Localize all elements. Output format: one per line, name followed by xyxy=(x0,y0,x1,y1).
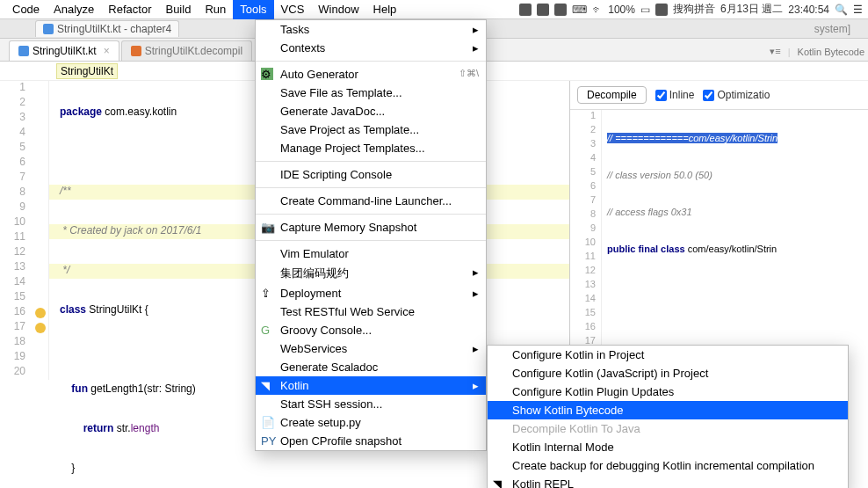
mi-ide-scripting[interactable]: IDE Scripting Console xyxy=(256,165,486,184)
tab-label: StringUtilKt.decompil xyxy=(145,45,242,57)
status-tray: ⌨ ᯤ 100% ▭ 搜狗拼音 6月13日 週二 23:40:54 🔍 ☰ xyxy=(519,2,863,17)
tab-label: StringUtilKt.kt xyxy=(33,45,97,57)
kotlin-icon: ◥ xyxy=(261,379,273,391)
bytecode-gutter: 123456789101112131415161718 xyxy=(570,110,602,363)
mi-deployment[interactable]: ⇪Deployment xyxy=(256,284,486,302)
kotlin-icon: ◥ xyxy=(493,477,505,488)
tray-icon xyxy=(554,4,567,16)
panel-title: Kotlin Bytecode xyxy=(798,47,864,57)
inline-checkbox[interactable]: Inline xyxy=(655,89,695,101)
menu-code[interactable]: Code xyxy=(5,0,47,19)
menu-tools[interactable]: Tools xyxy=(233,0,273,19)
mi-rest[interactable]: Test RESTful Web Service xyxy=(256,302,486,321)
breadcrumb-class[interactable]: StringUtilKt xyxy=(56,63,118,79)
mi-contexts[interactable]: Contexts xyxy=(256,39,486,57)
window-tab-label: StringUtilKt.kt - chapter4 xyxy=(57,23,171,35)
pin-icon[interactable]: ▾≡ xyxy=(770,46,780,57)
tab-stringutil[interactable]: StringUtilKt.kt × xyxy=(9,40,119,61)
menu-refactor[interactable]: Refactor xyxy=(101,0,158,19)
gear-icon: ⚙ xyxy=(261,68,273,80)
tools-menu: Tasks Contexts ⚙Auto Generator⇧⌘\ Save F… xyxy=(255,19,487,451)
decompile-button[interactable]: Decompile xyxy=(577,86,647,104)
close-icon[interactable]: × xyxy=(104,45,110,57)
mi-internal-mode[interactable]: Kotlin Internal Mode xyxy=(488,438,848,456)
menu-window[interactable]: Window xyxy=(311,0,365,19)
mi-webservices[interactable]: WebServices xyxy=(256,339,486,358)
tray-icon xyxy=(519,4,532,16)
window-tab[interactable]: StringUtilKt.kt - chapter4 xyxy=(35,20,179,37)
mi-decompile-to-java: Decompile Kotlin To Java xyxy=(488,419,848,438)
menu-help[interactable]: Help xyxy=(366,0,404,19)
time-label: 23:40:54 xyxy=(788,4,829,16)
mi-groovy[interactable]: GGroovy Console... xyxy=(256,321,486,339)
mi-ssh[interactable]: Start SSH session... xyxy=(256,395,486,413)
mi-tasks[interactable]: Tasks xyxy=(256,20,486,39)
gutter: 1234567891011121314151617181920 xyxy=(0,81,49,380)
mi-save-proj-template[interactable]: Save Project as Template... xyxy=(256,120,486,139)
window-tab-label: system] xyxy=(814,23,868,35)
mi-cfg-kotlin-js[interactable]: Configure Kotlin (JavaScript) in Project xyxy=(488,364,848,382)
mi-cprofile[interactable]: PYOpen CProfile snapshot xyxy=(256,432,486,450)
mi-jituan[interactable]: 集团编码规约 xyxy=(256,263,486,284)
mi-manage-templates[interactable]: Manage Project Templates... xyxy=(256,139,486,157)
date-label: 6月13日 週二 xyxy=(720,2,783,17)
kotlin-submenu: Configure Kotlin in Project Configure Ko… xyxy=(487,345,849,488)
mi-kotlin-repl[interactable]: ◥Kotlin REPL xyxy=(488,475,848,488)
wifi-icon: ᯤ xyxy=(592,4,603,16)
mi-scaladoc[interactable]: Generate Scaladoc xyxy=(256,358,486,376)
battery-pct: 100% xyxy=(608,4,635,16)
tray-icon xyxy=(537,4,549,16)
menu-analyze[interactable]: Analyze xyxy=(47,0,101,19)
intention-bulb-icon[interactable] xyxy=(35,323,46,333)
mi-cfg-kotlin-updates[interactable]: Configure Kotlin Plugin Updates xyxy=(488,382,848,401)
mi-setup[interactable]: 📄Create setup.py xyxy=(256,413,486,432)
optimization-checkbox[interactable]: Optimizatio xyxy=(703,89,770,101)
mi-cmd-launcher[interactable]: Create Command-line Launcher... xyxy=(256,192,486,210)
menu-icon[interactable]: ☰ xyxy=(853,4,863,16)
deploy-icon: ⇪ xyxy=(261,287,273,299)
mi-create-backup[interactable]: Create backup for debugging Kotlin incre… xyxy=(488,456,848,475)
menu-run[interactable]: Run xyxy=(198,0,233,19)
bytecode-toolbar: Decompile Inline Optimizatio xyxy=(570,81,868,110)
battery-icon: ▭ xyxy=(640,4,650,16)
mi-show-bytecode[interactable]: Show Kotlin Bytecode xyxy=(488,401,848,419)
mi-kotlin[interactable]: ◥Kotlin xyxy=(256,376,486,395)
camera-icon: 📷 xyxy=(261,221,273,233)
mi-cfg-kotlin-project[interactable]: Configure Kotlin in Project xyxy=(488,346,848,364)
mi-save-template[interactable]: Save File as Template... xyxy=(256,84,486,102)
search-icon[interactable]: 🔍 xyxy=(835,4,848,16)
tray-icon xyxy=(655,4,668,16)
intention-bulb-icon[interactable] xyxy=(35,308,46,318)
menubar: Code Analyze Refactor Build Run Tools VC… xyxy=(0,0,868,19)
menu-vcs[interactable]: VCS xyxy=(274,0,312,19)
mi-vim[interactable]: Vim Emulator xyxy=(256,244,486,263)
python-icon: 📄 xyxy=(261,416,273,428)
menu-build[interactable]: Build xyxy=(158,0,198,19)
ime-label: 搜狗拼音 xyxy=(673,2,715,17)
tab-decompiled[interactable]: StringUtilKt.decompil xyxy=(121,40,252,61)
mi-mem-snapshot[interactable]: 📷Capture Memory Snapshot xyxy=(256,218,486,237)
groovy-icon: G xyxy=(261,324,273,336)
kotlin-file-icon xyxy=(43,24,54,34)
java-file-icon xyxy=(131,46,141,56)
mi-gen-javadoc[interactable]: Generate JavaDoc... xyxy=(256,102,486,120)
wifi-icon: ⌨ xyxy=(572,4,587,16)
kotlin-file-icon xyxy=(18,46,29,56)
python-icon: PY xyxy=(261,434,273,447)
mi-auto-generator[interactable]: ⚙Auto Generator⇧⌘\ xyxy=(256,65,486,84)
